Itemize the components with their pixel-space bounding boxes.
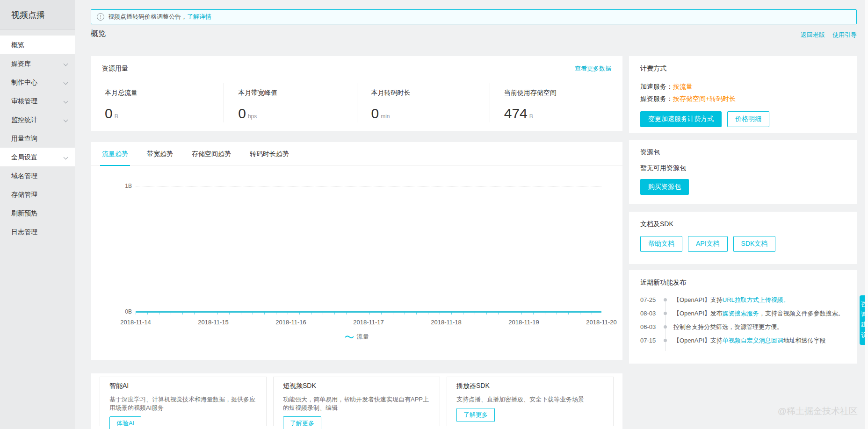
metric-label: 当前使用存储空间 xyxy=(504,89,622,97)
sidebar-item-label: 监控统计 xyxy=(11,116,37,123)
releases-card-title: 近期新功能发布 xyxy=(640,279,686,287)
metric-label: 本月总流量 xyxy=(105,89,224,97)
learn-more-button[interactable]: 了解更多 xyxy=(283,416,321,429)
metric-value: 0 xyxy=(371,106,379,121)
x-axis-label: 2018-11-19 xyxy=(508,319,539,326)
try-ai-button[interactable]: 体验AI xyxy=(109,416,141,429)
scrollbar[interactable] xyxy=(865,0,868,429)
promo-title: 播放器SDK xyxy=(456,382,604,390)
price-detail-button[interactable]: 价格明细 xyxy=(727,111,769,127)
metric-bandwidth-peak: 本月带宽峰值 0bps xyxy=(224,83,356,122)
sidebar-item-media-library[interactable]: 媒资库 xyxy=(0,54,75,73)
release-item: 08-03 【OpenAPI】发布媒资搜索服务，支持音视频文件多参数搜索。 xyxy=(640,310,846,317)
timeline-dot-icon xyxy=(664,325,667,329)
sidebar-item-production-center[interactable]: 制作中心 xyxy=(0,73,75,92)
feedback-tab[interactable]: 咨询建议 xyxy=(860,295,865,345)
change-billing-method-button[interactable]: 变更加速服务计费方式 xyxy=(640,111,722,127)
billing-value: 按存储空间+转码时长 xyxy=(673,95,736,102)
chevron-down-icon xyxy=(64,80,68,85)
billing-method-card: 计费方式 加速服务：按流量 媒资服务：按存储空间+转码时长 变更加速服务计费方式… xyxy=(629,56,857,133)
release-timeline: 07-25 【OpenAPI】支持URL拉取方式上传视频。 08-03 【Ope… xyxy=(640,296,846,344)
release-text: 【OpenAPI】支持 xyxy=(673,296,723,303)
tab-bandwidth-trend[interactable]: 带宽趋势 xyxy=(147,142,173,165)
promo-short-video-sdk: 短视频SDK 功能强大，简单易用，帮助开发者快速实现自有APP上的短视频录制、编… xyxy=(273,377,440,426)
release-text: 地址和透传字段 xyxy=(783,337,826,344)
billing-row-acceleration: 加速服务：按流量 xyxy=(640,80,846,93)
chart-legend[interactable]: 流量 xyxy=(91,333,622,341)
sidebar-item-global-settings[interactable]: 全局设置 xyxy=(0,148,75,166)
usage-metrics: 本月总流量 0B 本月带宽峰值 0bps 本月转码时长 0min 当前使用存储空… xyxy=(91,83,622,122)
tab-transcode-trend[interactable]: 转码时长趋势 xyxy=(250,142,289,165)
release-link[interactable]: 单视频自定义消息回调 xyxy=(723,337,783,344)
release-item: 07-25 【OpenAPI】支持URL拉取方式上传视频。 xyxy=(640,296,846,304)
sidebar-item-usage-query[interactable]: 用量查询 xyxy=(0,129,75,148)
sidebar-item-label: 概览 xyxy=(11,41,24,49)
release-text: 控制台支持分类筛选，资源管理更方便。 xyxy=(673,323,783,330)
promo-smart-ai: 智能AI 基于深度学习、计算机视觉技术和海量数据，提供多应用场景的视频AI服务 … xyxy=(100,377,267,426)
sidebar-item-label: 媒资库 xyxy=(11,60,31,67)
sidebar-item-overview[interactable]: 概览 xyxy=(0,36,75,54)
announcement-text: 视频点播转码价格调整公告， xyxy=(108,13,187,21)
sidebar-item-label: 存储管理 xyxy=(11,191,37,198)
sidebar-nav: 概览 媒资库 制作中心 审核管理 监控统计 用量查询 全局设置 xyxy=(0,30,75,241)
usage-card-title: 资源用量 xyxy=(102,64,128,73)
x-axis-ticks xyxy=(136,313,601,315)
sidebar-item-storage-management[interactable]: 存储管理 xyxy=(0,185,75,204)
metric-unit: B xyxy=(115,113,118,120)
release-link[interactable]: 媒资搜索服务 xyxy=(723,310,759,317)
tab-storage-trend[interactable]: 存储空间趋势 xyxy=(192,142,231,165)
tab-traffic-trend[interactable]: 流量趋势 xyxy=(102,142,128,165)
timeline-dot-icon xyxy=(664,339,667,342)
metric-label: 本月带宽峰值 xyxy=(238,89,356,97)
sidebar-item-domain-management[interactable]: 域名管理 xyxy=(0,166,75,185)
help-docs-button[interactable]: 帮助文档 xyxy=(640,236,682,252)
pack-card-title: 资源包 xyxy=(640,148,660,157)
x-axis-label: 2018-11-18 xyxy=(431,319,462,326)
sidebar-item-review-management[interactable]: 审核管理 xyxy=(0,92,75,110)
sidebar-item-label: 审核管理 xyxy=(11,97,37,105)
metric-value: 0 xyxy=(105,106,113,121)
release-text: 【OpenAPI】支持 xyxy=(673,337,723,344)
sidebar-item-label: 域名管理 xyxy=(11,172,37,179)
usage-guide-link[interactable]: 使用引导 xyxy=(832,31,857,39)
metric-storage-used: 当前使用存储空间 474B xyxy=(490,83,622,122)
release-text: 【OpenAPI】发布 xyxy=(673,310,723,317)
y-axis-label-max: 1B xyxy=(114,183,132,189)
announcement-detail-link[interactable]: 了解详情 xyxy=(187,13,211,21)
release-item: 07-15 【OpenAPI】支持单视频自定义消息回调地址和透传字段 xyxy=(640,337,846,344)
metric-unit: B xyxy=(529,113,533,120)
sdk-docs-button[interactable]: SDK文档 xyxy=(733,236,776,252)
recent-releases-card: 近期新功能发布 07-25 【OpenAPI】支持URL拉取方式上传视频。 08… xyxy=(629,270,857,364)
sidebar-item-label: 刷新预热 xyxy=(11,209,37,217)
sidebar-item-monitoring-stats[interactable]: 监控统计 xyxy=(0,110,75,129)
metric-monthly-traffic: 本月总流量 0B xyxy=(91,83,224,122)
release-date: 07-25 xyxy=(640,296,659,303)
billing-label: 媒资服务： xyxy=(640,95,673,102)
x-axis-label: 2018-11-16 xyxy=(275,319,306,326)
header-links: 返回老版 使用引导 xyxy=(801,31,857,39)
promo-player-sdk: 播放器SDK 支持点播、直播加密播放、安全下载等业务场景 了解更多 xyxy=(447,377,614,426)
chevron-down-icon xyxy=(64,118,68,122)
api-docs-button[interactable]: API文档 xyxy=(688,236,728,252)
vod-console-page: 视频点播 概览 媒资库 制作中心 审核管理 监控统计 用量查询 xyxy=(0,0,868,429)
resource-pack-card: 资源包 暂无可用资源包 购买资源包 xyxy=(629,140,857,204)
release-date: 07-15 xyxy=(640,337,659,344)
metric-value: 0 xyxy=(238,106,246,121)
info-icon: ! xyxy=(97,13,104,21)
sidebar-item-log-management[interactable]: 日志管理 xyxy=(0,222,75,241)
sidebar-item-refresh-prefetch[interactable]: 刷新预热 xyxy=(0,204,75,222)
back-to-old-version-link[interactable]: 返回老版 xyxy=(801,31,825,39)
sidebar-item-label: 全局设置 xyxy=(11,153,37,161)
timeline-dot-icon xyxy=(664,312,667,315)
view-more-data-link[interactable]: 查看更多数据 xyxy=(575,64,611,73)
legend-label: 流量 xyxy=(357,333,369,341)
promo-description: 功能强大，简单易用，帮助开发者快速实现自有APP上的短视频录制、编辑 xyxy=(283,395,430,412)
buy-resource-pack-button[interactable]: 购买资源包 xyxy=(640,179,689,195)
promo-description: 基于深度学习、计算机视觉技术和海量数据，提供多应用场景的视频AI服务 xyxy=(109,395,257,412)
promo-section: 智能AI 基于深度学习、计算机视觉技术和海量数据，提供多应用场景的视频AI服务 … xyxy=(91,373,622,429)
learn-more-button[interactable]: 了解更多 xyxy=(456,408,495,422)
sidebar: 视频点播 概览 媒资库 制作中心 审核管理 监控统计 用量查询 xyxy=(0,0,75,429)
chart-gridline xyxy=(136,186,601,186)
billing-label: 加速服务： xyxy=(640,83,673,90)
release-link[interactable]: URL拉取方式上传视频。 xyxy=(723,296,789,303)
